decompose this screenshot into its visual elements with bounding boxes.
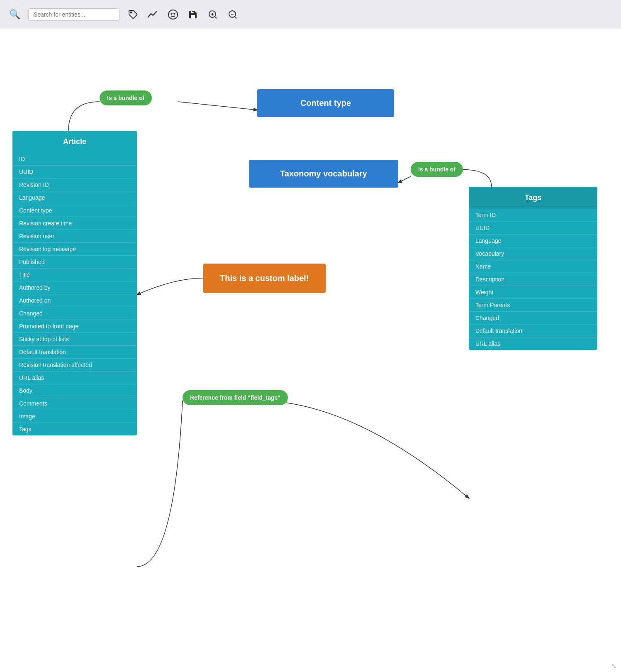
svg-point-1 xyxy=(168,10,178,19)
tags-field: Default translation xyxy=(469,324,597,337)
svg-line-11 xyxy=(178,102,257,110)
article-title: Article xyxy=(12,131,137,153)
tags-field: Description xyxy=(469,273,597,286)
search-input[interactable] xyxy=(28,8,119,21)
tags-field: Name xyxy=(469,260,597,273)
svg-point-2 xyxy=(171,13,172,14)
article-field: Language xyxy=(12,191,137,204)
canvas: Content type Taxonomy vocabulary Is a bu… xyxy=(0,29,621,672)
article-field: Body xyxy=(12,384,137,397)
article-field: Revision create time xyxy=(12,217,137,230)
save-icon[interactable] xyxy=(187,8,199,21)
article-field: Promoted to front page xyxy=(12,320,137,332)
reference-field-tags-label[interactable]: Reference from field "field_tags" xyxy=(183,390,288,405)
toolbar: 🔍 xyxy=(0,0,621,29)
trend-icon[interactable] xyxy=(147,8,159,21)
article-field: Revision log message xyxy=(12,242,137,255)
article-field: Content type xyxy=(12,204,137,217)
tags-field: Weight xyxy=(469,286,597,298)
zoom-in-icon[interactable] xyxy=(207,8,219,21)
article-field: Default translation xyxy=(12,345,137,358)
article-field: Tags xyxy=(12,423,137,435)
article-field: Comments xyxy=(12,397,137,410)
article-entity-box[interactable]: Article IDUUIDRevision IDLanguageContent… xyxy=(12,131,137,435)
svg-line-5 xyxy=(215,16,217,18)
article-field: Title xyxy=(12,268,137,281)
content-type-node[interactable]: Content type xyxy=(257,89,394,117)
article-field: Published xyxy=(12,255,137,268)
svg-point-3 xyxy=(174,13,175,14)
resize-handle[interactable]: ⤡ xyxy=(611,662,618,669)
article-field: Sticky at top of lists xyxy=(12,332,137,345)
zoom-out-icon[interactable] xyxy=(226,8,239,21)
svg-line-12 xyxy=(398,176,411,183)
tags-entity-box[interactable]: Tags Term IDUUIDLanguageVocabularyNameDe… xyxy=(469,187,597,350)
svg-point-0 xyxy=(131,12,132,13)
article-field: Revision ID xyxy=(12,178,137,191)
tags-field: UUID xyxy=(469,221,597,234)
article-fields: IDUUIDRevision IDLanguageContent typeRev… xyxy=(12,153,137,435)
is-bundle-of-2-label[interactable]: Is a bundle of xyxy=(411,162,463,177)
article-field: Revision translation affected xyxy=(12,358,137,371)
tags-field: Term Parents xyxy=(469,298,597,311)
tags-field: URL alias xyxy=(469,337,597,350)
article-field: Changed xyxy=(12,307,137,320)
search-icon[interactable]: 🔍 xyxy=(8,8,21,21)
tags-field: Language xyxy=(469,234,597,247)
article-field: Authored on xyxy=(12,294,137,307)
custom-label-node[interactable]: This is a custom label! xyxy=(203,264,326,293)
tags-field: Changed xyxy=(469,311,597,324)
article-field: Image xyxy=(12,410,137,423)
face-icon[interactable] xyxy=(167,8,179,21)
article-field: URL alias xyxy=(12,371,137,384)
is-bundle-of-1-label[interactable]: Is a bundle of xyxy=(100,90,152,105)
tags-title: Tags xyxy=(469,187,597,209)
article-field: ID xyxy=(12,153,137,165)
tags-fields: Term IDUUIDLanguageVocabularyNameDescrip… xyxy=(469,209,597,350)
tags-field: Vocabulary xyxy=(469,247,597,260)
tags-field: Term ID xyxy=(469,209,597,221)
taxonomy-vocabulary-node[interactable]: Taxonomy vocabulary xyxy=(249,160,398,188)
tag-icon[interactable] xyxy=(127,8,139,21)
article-field: UUID xyxy=(12,165,137,178)
article-field: Authored by xyxy=(12,281,137,294)
svg-line-9 xyxy=(235,16,236,18)
article-field: Revision user xyxy=(12,230,137,242)
